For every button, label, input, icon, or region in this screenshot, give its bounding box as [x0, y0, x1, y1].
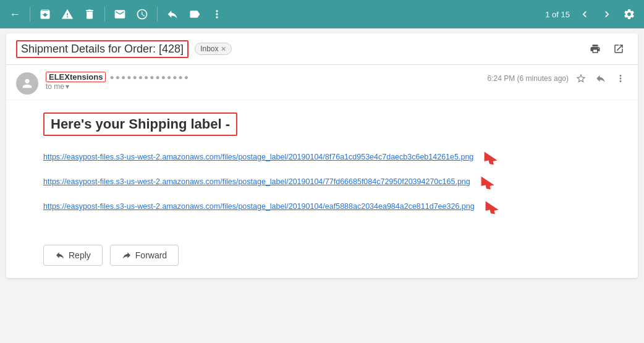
reply-header-button[interactable] [593, 71, 608, 86]
back-icon[interactable]: ← [5, 4, 25, 24]
print-button[interactable] [586, 40, 604, 58]
more-email-icon[interactable] [613, 71, 628, 86]
action-bar: Reply Forward [6, 240, 638, 278]
email-counter: 1 of 15 [545, 10, 570, 19]
mark-unread-icon[interactable] [110, 4, 130, 24]
sender-avatar [16, 72, 38, 95]
more-toolbar-icon[interactable] [207, 4, 227, 24]
svg-marker-0 [485, 152, 498, 165]
arrow-icon-2 [478, 173, 495, 190]
open-in-new-button[interactable] [609, 40, 628, 58]
arrow-icon-3 [482, 198, 499, 215]
email-time: 6:24 PM (6 minutes ago) [488, 74, 569, 83]
star-button[interactable] [574, 71, 588, 86]
email-body: Here's your Shipping label - https://eas… [6, 100, 638, 240]
postage-link-2[interactable]: https://easypost-files.s3-us-west-2.amaz… [43, 177, 470, 186]
forward-button[interactable]: Forward [110, 245, 179, 266]
email-links: https://easypost-files.s3-us-west-2.amaz… [43, 148, 601, 215]
next-email-button[interactable] [597, 4, 617, 24]
email-headline: Here's your Shipping label - [43, 112, 237, 136]
forward-label: Forward [135, 250, 167, 260]
move-icon[interactable] [163, 4, 182, 24]
email-subject: Shipment Details for Order: [428] [16, 40, 189, 58]
sender-name-highlight: ELEXtensions [46, 72, 106, 82]
to-me[interactable]: to me ▾ [46, 82, 488, 91]
email-subject-bar: Shipment Details for Order: [428] Inbox … [6, 33, 638, 65]
postage-link-1[interactable]: https://easypost-files.s3-us-west-2.amaz… [43, 153, 473, 161]
link-row-3: https://easypost-files.s3-us-west-2.amaz… [43, 198, 601, 215]
sender-info: ELEXtensions ●●●●●●●●●●●●●● to me ▾ [46, 71, 488, 91]
to-me-chevron: ▾ [66, 82, 69, 91]
email-meta: 6:24 PM (6 minutes ago) [488, 71, 628, 86]
toolbar-left: ← [5, 4, 545, 24]
reply-button[interactable]: Reply [43, 245, 103, 266]
prev-email-button[interactable] [575, 4, 595, 24]
inbox-badge[interactable]: Inbox ✕ [195, 43, 232, 55]
reply-label: Reply [69, 250, 91, 260]
inbox-badge-label: Inbox [200, 44, 218, 53]
sep-2 [104, 7, 105, 22]
snooze-icon[interactable] [132, 4, 152, 24]
report-icon[interactable] [57, 4, 77, 24]
settings-icon[interactable] [619, 4, 639, 24]
link-row-2: https://easypost-files.s3-us-west-2.amaz… [43, 173, 601, 190]
toolbar-right: 1 of 15 [545, 4, 639, 24]
sender-name-row: ELEXtensions ●●●●●●●●●●●●●● [46, 72, 190, 82]
email-header: ELEXtensions ●●●●●●●●●●●●●● to me ▾ 6:24… [6, 65, 638, 100]
to-me-label: to me [46, 82, 64, 91]
label-icon[interactable] [185, 4, 205, 24]
link-row-1: https://easypost-files.s3-us-west-2.amaz… [43, 148, 601, 166]
archive-icon[interactable] [35, 4, 55, 24]
sep-3 [157, 7, 158, 22]
subject-actions [586, 40, 628, 58]
arrow-icon-1 [481, 148, 498, 166]
postage-link-3[interactable]: https://easypost-files.s3-us-west-2.amaz… [43, 202, 475, 211]
toolbar: ← 1 of 15 [0, 0, 644, 28]
svg-marker-1 [481, 177, 494, 190]
sep-1 [30, 7, 30, 22]
delete-icon[interactable] [80, 4, 100, 24]
inbox-badge-close[interactable]: ✕ [221, 45, 226, 53]
sender-email: ●●●●●●●●●●●●●● [109, 73, 189, 82]
email-container: Shipment Details for Order: [428] Inbox … [6, 33, 638, 278]
svg-marker-2 [485, 201, 498, 214]
